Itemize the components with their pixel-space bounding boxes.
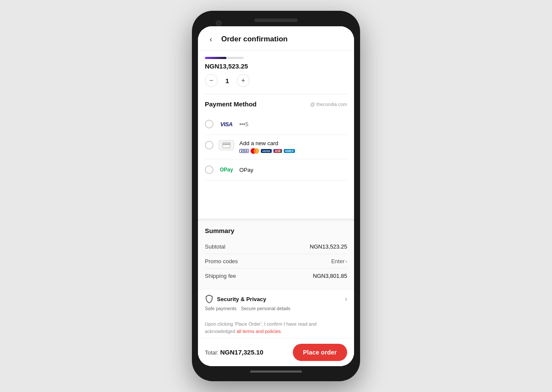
card-logo-visa: VISA [239,149,249,153]
consent-text-after: . [281,329,282,334]
promo-chevron-icon: › [345,258,347,264]
security-tags: Safe payments Secure personal details [205,306,347,311]
radio-opay[interactable] [205,165,213,174]
payment-method-title: Payment Method [205,100,257,108]
payment-method-header: Payment Method @ thecondia.com [205,100,347,108]
summary-row-subtotal: Subtotal NGN13,523.25 [205,240,347,254]
phone-frame: ‹ Order confirmation NGN13,523.25 − 1 + [192,11,360,381]
consent-section: Upon clicking 'Place Order', I confirm I… [198,316,354,338]
promo-label: Promo codes [205,258,238,264]
quantity-increment-button[interactable]: + [237,74,250,87]
summary-row-shipping: Shipping fee NGN3,801.85 [205,269,347,283]
terms-link[interactable]: all terms and policies [236,329,281,334]
security-title: Security & Privacy [217,296,266,302]
security-header: Security & Privacy › [205,295,347,303]
divider-1 [205,94,347,94]
new-card-info: Add a new card VISA verve JCB AMEX [239,140,347,154]
total-amount: NGN17,325.10 [220,348,263,356]
phone-camera [216,20,222,26]
main-content: NGN13,523.25 − 1 + Payment Method @ thec… [198,51,354,218]
security-title-wrap: Security & Privacy [205,295,266,303]
quantity-value: 1 [224,77,231,84]
total-label: Total: [205,349,218,356]
price-display: NGN13,523.25 [205,62,347,70]
security-chevron-icon: › [345,295,347,303]
quantity-control: − 1 + [205,74,347,87]
subtotal-label: Subtotal [205,243,226,250]
summary-section: Summary Subtotal NGN13,523.25 Promo code… [198,218,354,289]
card-logo-amex: AMEX [284,149,295,153]
page-header: ‹ Order confirmation [198,26,354,51]
place-order-button[interactable]: Place order [293,344,347,361]
quantity-decrement-button[interactable]: − [205,74,218,87]
subtotal-value: NGN13,523.25 [310,243,347,250]
summary-row-promo[interactable]: Promo codes Enter › [205,254,347,269]
card-logo-mastercard [251,148,259,154]
app-content: NGN13,523.25 − 1 + Payment Method @ thec… [198,51,354,366]
new-card-label: Add a new card [239,140,347,146]
visa-icon: VISA [219,119,234,129]
opay-icon: OPay [219,165,234,175]
svg-rect-1 [223,143,230,145]
security-section[interactable]: Security & Privacy › Safe payments Secur… [198,289,354,316]
shipping-value: NGN3,801.85 [313,273,348,279]
svg-rect-0 [223,143,230,148]
phone-home-bar [250,370,302,373]
radio-new-card[interactable] [205,141,213,149]
phone-screen: ‹ Order confirmation NGN13,523.25 − 1 + [198,26,354,366]
shield-icon [205,295,213,303]
promo-enter[interactable]: Enter › [331,258,347,264]
phone-speaker [254,19,298,22]
card-logo-verve: verve [261,149,271,153]
card-logo-jcb: JCB [273,149,282,153]
security-tag-payments: Safe payments [205,306,236,311]
progress-bar-container [205,57,244,59]
security-tag-details: Secure personal details [241,306,290,311]
payment-option-new-card[interactable]: Add a new card VISA verve JCB AMEX [205,135,347,159]
radio-visa[interactable] [205,120,213,128]
page-title: Order confirmation [221,35,288,44]
footer: Total: NGN17,325.10 Place order [198,338,354,366]
total-area: Total: NGN17,325.10 [205,348,263,356]
shipping-label: Shipping fee [205,273,236,279]
promo-enter-text: Enter [331,258,345,264]
payment-option-visa[interactable]: VISA •••5 [205,114,347,135]
back-button[interactable]: ‹ [205,33,217,45]
payment-website: @ thecondia.com [310,102,347,107]
visa-card-partial: •••5 [239,121,248,128]
opay-label: OPay [239,167,254,173]
progress-bar-fill [205,57,226,59]
card-logos: VISA verve JCB AMEX [239,148,347,154]
payment-option-opay[interactable]: OPay OPay [205,159,347,180]
new-card-icon [219,140,234,150]
consent-text: Upon clicking 'Place Order', I confirm I… [205,320,347,335]
summary-title: Summary [205,227,347,234]
